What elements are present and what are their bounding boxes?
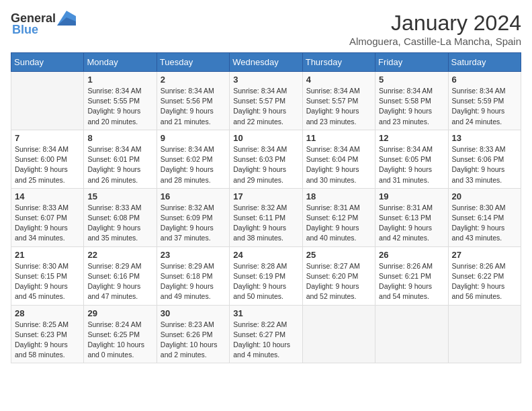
day-info: Sunrise: 8:34 AMSunset: 5:55 PMDaylight:… <box>87 86 152 127</box>
week-row-4: 28Sunrise: 8:25 AMSunset: 6:23 PMDayligh… <box>11 305 521 363</box>
day-info: Sunrise: 8:28 AMSunset: 6:19 PMDaylight:… <box>233 261 298 302</box>
title-area: January 2024 Almoguera, Castille-La Manc… <box>349 11 521 47</box>
day-number: 6 <box>452 75 517 85</box>
weekday-header-thursday: Thursday <box>302 53 375 72</box>
header: General Blue January 2024 Almoguera, Cas… <box>11 11 521 47</box>
day-number: 17 <box>233 191 298 201</box>
day-number: 9 <box>161 133 226 143</box>
day-info: Sunrise: 8:26 AMSunset: 6:22 PMDaylight:… <box>452 261 517 302</box>
month-title: January 2024 <box>349 11 521 36</box>
weekday-header-sunday: Sunday <box>11 53 84 72</box>
day-number: 10 <box>233 133 298 143</box>
day-number: 25 <box>306 250 371 260</box>
calendar-cell <box>448 305 521 363</box>
calendar-cell: 21Sunrise: 8:30 AMSunset: 6:15 PMDayligh… <box>11 246 84 305</box>
day-number: 13 <box>452 133 517 143</box>
calendar-cell: 10Sunrise: 8:34 AMSunset: 6:03 PMDayligh… <box>230 130 302 188</box>
weekday-header-monday: Monday <box>84 53 157 72</box>
day-info: Sunrise: 8:33 AMSunset: 6:08 PMDaylight:… <box>87 203 152 244</box>
calendar-cell <box>11 72 84 130</box>
day-info: Sunrise: 8:34 AMSunset: 6:05 PMDaylight:… <box>379 144 444 185</box>
calendar-cell: 17Sunrise: 8:32 AMSunset: 6:11 PMDayligh… <box>230 188 302 246</box>
location-title: Almoguera, Castille-La Mancha, Spain <box>349 36 521 47</box>
weekday-header-wednesday: Wednesday <box>230 53 302 72</box>
day-number: 28 <box>15 308 80 318</box>
calendar-cell: 2Sunrise: 8:34 AMSunset: 5:56 PMDaylight… <box>157 72 229 130</box>
calendar-cell: 16Sunrise: 8:32 AMSunset: 6:09 PMDayligh… <box>157 188 229 246</box>
day-info: Sunrise: 8:30 AMSunset: 6:15 PMDaylight:… <box>15 261 80 302</box>
calendar-cell: 14Sunrise: 8:33 AMSunset: 6:07 PMDayligh… <box>11 188 84 246</box>
calendar-cell: 3Sunrise: 8:34 AMSunset: 5:57 PMDaylight… <box>230 72 302 130</box>
calendar-cell: 1Sunrise: 8:34 AMSunset: 5:55 PMDaylight… <box>84 72 157 130</box>
weekday-header-tuesday: Tuesday <box>157 53 229 72</box>
day-info: Sunrise: 8:34 AMSunset: 5:57 PMDaylight:… <box>306 86 371 127</box>
day-number: 22 <box>87 250 152 260</box>
day-info: Sunrise: 8:34 AMSunset: 5:57 PMDaylight:… <box>233 86 298 127</box>
day-info: Sunrise: 8:24 AMSunset: 6:25 PMDaylight:… <box>87 320 152 361</box>
day-number: 5 <box>379 75 444 85</box>
day-number: 8 <box>87 133 152 143</box>
day-number: 11 <box>306 133 371 143</box>
day-info: Sunrise: 8:34 AMSunset: 5:58 PMDaylight:… <box>379 86 444 127</box>
calendar-cell: 30Sunrise: 8:23 AMSunset: 6:26 PMDayligh… <box>157 305 229 363</box>
calendar-cell: 26Sunrise: 8:26 AMSunset: 6:21 PMDayligh… <box>375 246 448 305</box>
weekday-header-friday: Friday <box>375 53 448 72</box>
day-number: 24 <box>233 250 298 260</box>
calendar-cell: 12Sunrise: 8:34 AMSunset: 6:05 PMDayligh… <box>375 130 448 188</box>
day-number: 23 <box>161 250 226 260</box>
calendar-cell <box>302 305 375 363</box>
calendar-cell: 8Sunrise: 8:34 AMSunset: 6:01 PMDaylight… <box>84 130 157 188</box>
calendar-cell: 18Sunrise: 8:31 AMSunset: 6:12 PMDayligh… <box>302 188 375 246</box>
calendar-cell: 11Sunrise: 8:34 AMSunset: 6:04 PMDayligh… <box>302 130 375 188</box>
day-info: Sunrise: 8:27 AMSunset: 6:20 PMDaylight:… <box>306 261 371 302</box>
calendar-cell: 7Sunrise: 8:34 AMSunset: 6:00 PMDaylight… <box>11 130 84 188</box>
day-info: Sunrise: 8:34 AMSunset: 6:01 PMDaylight:… <box>87 144 152 185</box>
day-number: 14 <box>15 191 80 201</box>
calendar-cell: 27Sunrise: 8:26 AMSunset: 6:22 PMDayligh… <box>448 246 521 305</box>
calendar-cell: 19Sunrise: 8:31 AMSunset: 6:13 PMDayligh… <box>375 188 448 246</box>
day-number: 30 <box>161 308 226 318</box>
day-info: Sunrise: 8:32 AMSunset: 6:09 PMDaylight:… <box>161 203 226 244</box>
calendar-cell: 13Sunrise: 8:33 AMSunset: 6:06 PMDayligh… <box>448 130 521 188</box>
day-number: 16 <box>161 191 226 201</box>
day-info: Sunrise: 8:26 AMSunset: 6:21 PMDaylight:… <box>379 261 444 302</box>
calendar-cell <box>375 305 448 363</box>
day-number: 7 <box>15 133 80 143</box>
day-info: Sunrise: 8:31 AMSunset: 6:13 PMDaylight:… <box>379 203 444 244</box>
day-info: Sunrise: 8:33 AMSunset: 6:07 PMDaylight:… <box>15 203 80 244</box>
week-row-1: 7Sunrise: 8:34 AMSunset: 6:00 PMDaylight… <box>11 130 521 188</box>
day-number: 27 <box>452 250 517 260</box>
day-number: 31 <box>233 308 298 318</box>
day-info: Sunrise: 8:34 AMSunset: 6:04 PMDaylight:… <box>306 144 371 185</box>
day-info: Sunrise: 8:22 AMSunset: 6:27 PMDaylight:… <box>233 320 298 361</box>
day-info: Sunrise: 8:31 AMSunset: 6:12 PMDaylight:… <box>306 203 371 244</box>
calendar-cell: 20Sunrise: 8:30 AMSunset: 6:14 PMDayligh… <box>448 188 521 246</box>
calendar-cell: 9Sunrise: 8:34 AMSunset: 6:02 PMDaylight… <box>157 130 229 188</box>
week-row-2: 14Sunrise: 8:33 AMSunset: 6:07 PMDayligh… <box>11 188 521 246</box>
day-number: 21 <box>15 250 80 260</box>
calendar-cell: 15Sunrise: 8:33 AMSunset: 6:08 PMDayligh… <box>84 188 157 246</box>
day-number: 29 <box>87 308 152 318</box>
week-row-0: 1Sunrise: 8:34 AMSunset: 5:55 PMDaylight… <box>11 72 521 130</box>
calendar-cell: 31Sunrise: 8:22 AMSunset: 6:27 PMDayligh… <box>230 305 302 363</box>
day-number: 20 <box>452 191 517 201</box>
weekday-header-saturday: Saturday <box>448 53 521 72</box>
calendar-cell: 24Sunrise: 8:28 AMSunset: 6:19 PMDayligh… <box>230 246 302 305</box>
calendar-cell: 23Sunrise: 8:29 AMSunset: 6:18 PMDayligh… <box>157 246 229 305</box>
day-info: Sunrise: 8:33 AMSunset: 6:06 PMDaylight:… <box>452 144 517 185</box>
calendar-table: SundayMondayTuesdayWednesdayThursdayFrid… <box>11 52 521 363</box>
calendar-cell: 29Sunrise: 8:24 AMSunset: 6:25 PMDayligh… <box>84 305 157 363</box>
day-info: Sunrise: 8:32 AMSunset: 6:11 PMDaylight:… <box>233 203 298 244</box>
day-info: Sunrise: 8:25 AMSunset: 6:23 PMDaylight:… <box>15 320 80 361</box>
day-number: 3 <box>233 75 298 85</box>
weekday-header-row: SundayMondayTuesdayWednesdayThursdayFrid… <box>11 53 521 72</box>
day-number: 15 <box>87 191 152 201</box>
day-number: 26 <box>379 250 444 260</box>
day-info: Sunrise: 8:34 AMSunset: 6:00 PMDaylight:… <box>15 144 80 185</box>
calendar-cell: 22Sunrise: 8:29 AMSunset: 6:16 PMDayligh… <box>84 246 157 305</box>
week-row-3: 21Sunrise: 8:30 AMSunset: 6:15 PMDayligh… <box>11 246 521 305</box>
day-info: Sunrise: 8:34 AMSunset: 5:56 PMDaylight:… <box>161 86 226 127</box>
day-info: Sunrise: 8:23 AMSunset: 6:26 PMDaylight:… <box>161 320 226 361</box>
day-number: 1 <box>87 75 152 85</box>
day-number: 2 <box>161 75 226 85</box>
